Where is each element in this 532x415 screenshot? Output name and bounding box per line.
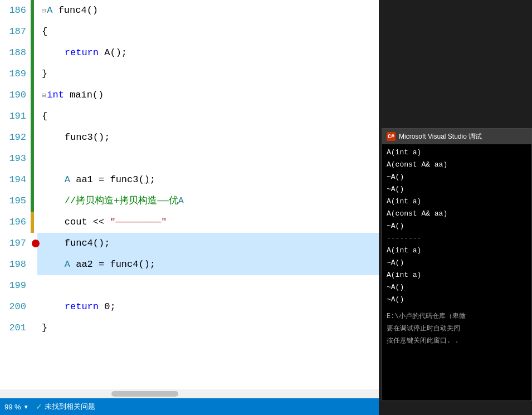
code-line: 196 cout << "————————"	[0, 212, 379, 233]
breakpoint-area[interactable]	[34, 318, 37, 339]
line-number: 201	[0, 318, 31, 339]
breakpoint-area[interactable]	[34, 212, 37, 233]
console-footer-line: E:\小卢的代码仓库（卑微	[387, 310, 527, 323]
line-number: 197	[0, 233, 31, 254]
breakpoint-area[interactable]	[34, 233, 37, 254]
line-number: 189	[0, 64, 31, 85]
breakpoint-area[interactable]	[34, 148, 37, 169]
code-content: //拷贝构造+拷贝构造——优A	[37, 191, 379, 212]
line-number: 198	[0, 254, 31, 275]
console-title-bar: C# Microsoft Visual Studio 调试	[382, 129, 531, 144]
line-number: 186	[0, 0, 31, 21]
status-text: 未找到相关问题	[45, 402, 95, 412]
console-line: ~A()	[387, 171, 527, 183]
code-line: 200 return 0;	[0, 296, 379, 318]
code-line: 201}	[0, 318, 379, 339]
code-content: A aa2 = func4();	[37, 254, 379, 275]
horizontal-scrollbar[interactable]	[0, 389, 379, 398]
console-line: ~A()	[387, 257, 527, 269]
line-number: 193	[0, 148, 31, 169]
zoom-value: 99 %	[4, 403, 21, 411]
line-number: 195	[0, 191, 31, 212]
console-title: Microsoft Visual Studio 调试	[399, 132, 482, 141]
line-number: 188	[0, 42, 31, 64]
breakpoint-area[interactable]	[34, 0, 37, 21]
console-footer-line: 按任意键关闭此窗口. .	[387, 335, 527, 347]
code-line: 187{	[0, 21, 379, 42]
status-bar: 99 % ▼ ✓ 未找到相关问题	[0, 398, 379, 415]
code-content: ⊟A func4()	[37, 0, 379, 21]
code-content: ⊟int main()	[37, 85, 379, 106]
console-line: ~A()	[387, 281, 527, 294]
breakpoint-area[interactable]	[34, 64, 37, 85]
code-line: 197 func4();	[0, 233, 379, 254]
breakpoint-area[interactable]	[34, 191, 37, 212]
code-content: {	[37, 106, 379, 127]
console-line: A(const A& aa)	[387, 208, 527, 220]
breakpoint-area[interactable]	[34, 296, 37, 318]
console-line: --------	[387, 232, 527, 245]
console-line: A(int a)	[387, 196, 527, 208]
console-line: A(int a)	[387, 147, 527, 159]
code-line: 190⊟int main()	[0, 85, 379, 106]
code-content: }	[37, 318, 379, 339]
console-line: ~A()	[387, 220, 527, 232]
code-line: 189}	[0, 64, 379, 85]
code-line: 193	[0, 148, 379, 169]
scrollbar-thumb[interactable]	[111, 391, 178, 397]
line-number: 190	[0, 85, 31, 106]
line-number: 187	[0, 21, 31, 42]
console-line: A(int a)	[387, 245, 527, 257]
console-line: A(int a)	[387, 269, 527, 281]
zoom-dropdown-icon[interactable]: ▼	[23, 404, 29, 410]
code-line: 188 return A();	[0, 42, 379, 64]
code-line: 195 //拷贝构造+拷贝构造——优A	[0, 191, 379, 212]
line-number: 192	[0, 127, 31, 148]
console-app-icon: C#	[387, 132, 396, 141]
breakpoint-area[interactable]	[34, 42, 37, 64]
breakpoint-area[interactable]	[34, 254, 37, 275]
zoom-control[interactable]: 99 % ▼	[4, 403, 29, 411]
code-editor: 186⊟A func4()187{188 return A();189}190⊟…	[0, 0, 379, 415]
code-line: 186⊟A func4()	[0, 0, 379, 21]
line-number: 200	[0, 296, 31, 318]
code-content	[37, 275, 379, 296]
code-content: func3();	[37, 127, 379, 148]
code-content: A aa1 = func3();	[37, 169, 379, 191]
code-content: }	[37, 64, 379, 85]
breakpoint-area[interactable]	[34, 127, 37, 148]
code-content: cout << "————————"	[37, 212, 379, 233]
error-status: ✓ 未找到相关问题	[36, 402, 95, 412]
console-footer-line: 要在调试停止时自动关闭	[387, 323, 527, 335]
code-line: 199	[0, 275, 379, 296]
check-icon: ✓	[36, 402, 42, 411]
breakpoint-area[interactable]	[34, 106, 37, 127]
console-line: ~A()	[387, 294, 527, 306]
line-number: 191	[0, 106, 31, 127]
code-line: 194 A aa1 = func3();	[0, 169, 379, 191]
console-line: ~A()	[387, 183, 527, 196]
breakpoint-area[interactable]	[34, 85, 37, 106]
line-number: 194	[0, 169, 31, 191]
console-content: A(int a)A(const A& aa)~A()~A()A(int a)A(…	[382, 144, 531, 349]
console-window: C# Microsoft Visual Studio 调试 A(int a)A(…	[382, 128, 532, 401]
console-line: A(const A& aa)	[387, 159, 527, 171]
code-line: 191{	[0, 106, 379, 127]
code-content: return A();	[37, 42, 379, 64]
breakpoint-dot	[32, 240, 40, 247]
breakpoint-area[interactable]	[34, 169, 37, 191]
code-line: 198 A aa2 = func4();	[0, 254, 379, 275]
line-number: 196	[0, 212, 31, 233]
breakpoint-area[interactable]	[34, 21, 37, 42]
line-number: 199	[0, 275, 31, 296]
code-content	[37, 148, 379, 169]
code-content: {	[37, 21, 379, 42]
code-line: 192 func3();	[0, 127, 379, 148]
code-content: return 0;	[37, 296, 379, 318]
code-content: func4();	[37, 233, 379, 254]
breakpoint-area[interactable]	[34, 275, 37, 296]
